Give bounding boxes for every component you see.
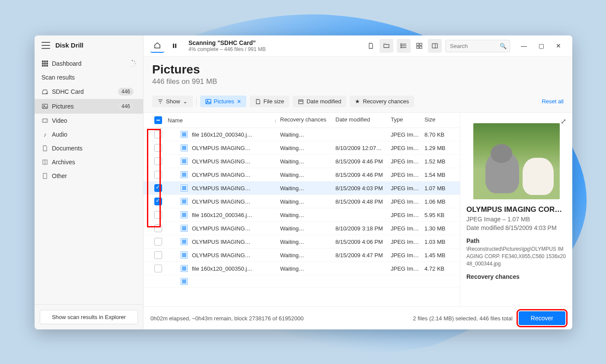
archive-icon: [41, 159, 48, 166]
pause-button[interactable]: [168, 39, 182, 53]
folder-view-button[interactable]: [380, 39, 393, 53]
table-row[interactable]: OLYMPUS IMAGING… Waiting… 8/15/2009 4:47…: [144, 249, 460, 262]
panel-view-button[interactable]: [428, 39, 442, 53]
row-checkbox[interactable]: [154, 131, 162, 138]
file-view-button[interactable]: [364, 39, 378, 53]
maximize-button[interactable]: ▢: [534, 40, 548, 52]
row-checkbox[interactable]: [154, 184, 162, 192]
scan-status-subtitle: 4% complete – 446 files / 991 MB: [188, 46, 360, 52]
row-checkbox[interactable]: [154, 238, 162, 246]
table-row[interactable]: file 160x120_000340.j… Waiting… JPEG Im……: [144, 128, 460, 141]
table-row[interactable]: OLYMPUS IMAGING… Waiting… 8/10/2009 12:0…: [144, 141, 460, 155]
sidebar-item-documents[interactable]: Documents: [35, 141, 143, 155]
table-row[interactable]: OLYMPUS IMAGING… Waiting… 8/15/2009 4:48…: [144, 195, 460, 208]
scan-status-title: Scanning "SDHC Card": [188, 39, 360, 46]
svg-rect-30: [420, 46, 422, 48]
table-row[interactable]: file 160x120_000350.j… Waiting… JPEG Im……: [144, 262, 460, 275]
home-button[interactable]: [150, 39, 164, 53]
column-recovery[interactable]: Recovery chances: [280, 116, 335, 124]
topbar: Scanning "SDHC Card" 4% complete – 446 f…: [144, 35, 572, 57]
column-name[interactable]: Name↓: [168, 116, 280, 124]
row-checkbox[interactable]: [154, 144, 162, 152]
nav-dashboard[interactable]: Dashboard: [35, 57, 143, 70]
grid-icon: [41, 60, 48, 67]
table-row[interactable]: OLYMPUS IMAGING… Waiting… 8/15/2009 4:03…: [144, 182, 460, 195]
cell-type: JPEG Im…: [391, 145, 424, 151]
svg-point-25: [401, 45, 402, 46]
page-title: Pictures: [152, 63, 564, 77]
cell-type: JPEG Im…: [391, 252, 424, 259]
svg-rect-34: [299, 100, 303, 104]
file-icon: [181, 252, 188, 259]
row-checkbox[interactable]: [154, 157, 162, 165]
file-name: OLYMPUS IMAGING…: [192, 252, 251, 259]
column-date[interactable]: Date modified: [335, 116, 391, 124]
cell-type: JPEG Im…: [391, 131, 424, 138]
table-row[interactable]: OLYMPUS IMAGING… Waiting… 8/10/2009 3:18…: [144, 222, 460, 235]
svg-rect-21: [43, 173, 47, 179]
table-row[interactable]: file 160x120_000346.j… Waiting… JPEG Im……: [144, 208, 460, 222]
filter-date[interactable]: Date modified: [293, 96, 346, 107]
row-checkbox[interactable]: [154, 211, 162, 219]
file-icon: [181, 171, 188, 178]
grid-view-button[interactable]: [412, 39, 426, 53]
sidebar-item-sdhc[interactable]: SDHC Card 446: [35, 84, 143, 99]
cell-size: 1.54 MB: [424, 172, 455, 178]
row-checkbox[interactable]: [154, 251, 162, 259]
table-row[interactable]: OLYMPUS IMAGING… Waiting… 8/15/2009 4:46…: [144, 168, 460, 182]
cell-type: JPEG Im…: [391, 212, 424, 218]
file-name: file 160x120_000346.j…: [192, 212, 252, 218]
minimize-button[interactable]: —: [517, 40, 531, 52]
file-name: OLYMPUS IMAGING…: [192, 158, 251, 165]
cell-type: JPEG Im…: [391, 265, 424, 272]
svg-rect-9: [46, 65, 48, 67]
preview-meta-date: Date modified 8/15/2009 4:03 PM: [466, 224, 566, 231]
cell-recovery: Waiting…: [280, 158, 335, 165]
sidebar-item-video[interactable]: Video: [35, 114, 143, 128]
row-checkbox[interactable]: [154, 224, 162, 232]
footer-progress: 0h02m elapsed, ~0h43m remain, block 2738…: [150, 315, 304, 322]
sidebar-item-audio[interactable]: ♪ Audio: [35, 128, 143, 141]
remove-filter-icon[interactable]: ✕: [237, 99, 241, 105]
close-button[interactable]: ✕: [552, 40, 565, 52]
file-name: OLYMPUS IMAGING…: [192, 185, 251, 192]
sidebar-item-label: Pictures: [52, 103, 74, 110]
filter-filesize[interactable]: File size: [250, 96, 290, 107]
video-icon: [41, 117, 48, 124]
svg-rect-22: [173, 44, 174, 48]
row-checkbox[interactable]: [154, 171, 162, 179]
row-checkbox[interactable]: [154, 198, 162, 205]
list-view-button[interactable]: [397, 39, 411, 53]
cell-size: 1.07 MB: [424, 185, 455, 192]
star-icon: ★: [355, 98, 360, 105]
preview-filename: OLYMPUS IMAGING COR…: [466, 205, 566, 214]
column-size[interactable]: Size: [424, 116, 455, 124]
svg-point-16: [46, 93, 47, 93]
filter-show[interactable]: Show ⌄: [152, 96, 193, 107]
hamburger-icon[interactable]: [41, 42, 50, 49]
filter-recovery[interactable]: ★ Recovery chances: [350, 96, 414, 107]
show-in-explorer-button[interactable]: Show scan results in Explorer: [40, 310, 138, 324]
row-checkbox[interactable]: [154, 265, 162, 272]
table-row[interactable]: OLYMPUS IMAGING… Waiting… 8/15/2009 4:46…: [144, 155, 460, 168]
sidebar-item-pictures[interactable]: Pictures 446: [35, 99, 143, 114]
svg-point-12: [135, 63, 136, 64]
recover-button[interactable]: Recover: [519, 311, 565, 325]
sidebar-item-label: Documents: [52, 145, 83, 152]
filter-pictures[interactable]: Pictures ✕: [200, 96, 246, 107]
cell-type: JPEG Im…: [391, 172, 424, 178]
table-row[interactable]: OLYMPUS IMAGING… Waiting… 8/15/2009 4:06…: [144, 235, 460, 249]
svg-rect-19: [42, 119, 48, 122]
cell-recovery: Waiting…: [280, 145, 335, 151]
footer: 0h02m elapsed, ~0h43m remain, block 2738…: [144, 307, 572, 329]
table-row[interactable]: [144, 275, 460, 288]
open-external-icon[interactable]: ⤢: [561, 117, 566, 125]
file-icon: [181, 131, 188, 138]
sidebar-item-other[interactable]: Other: [35, 169, 143, 183]
column-type[interactable]: Type: [391, 116, 424, 124]
sidebar-item-label: Other: [52, 172, 67, 179]
cell-date: 8/15/2009 4:46 PM: [335, 158, 391, 165]
select-all-checkbox[interactable]: [154, 116, 162, 124]
sidebar-item-archives[interactable]: Archives: [35, 155, 143, 169]
reset-all-link[interactable]: Reset all: [542, 98, 564, 105]
